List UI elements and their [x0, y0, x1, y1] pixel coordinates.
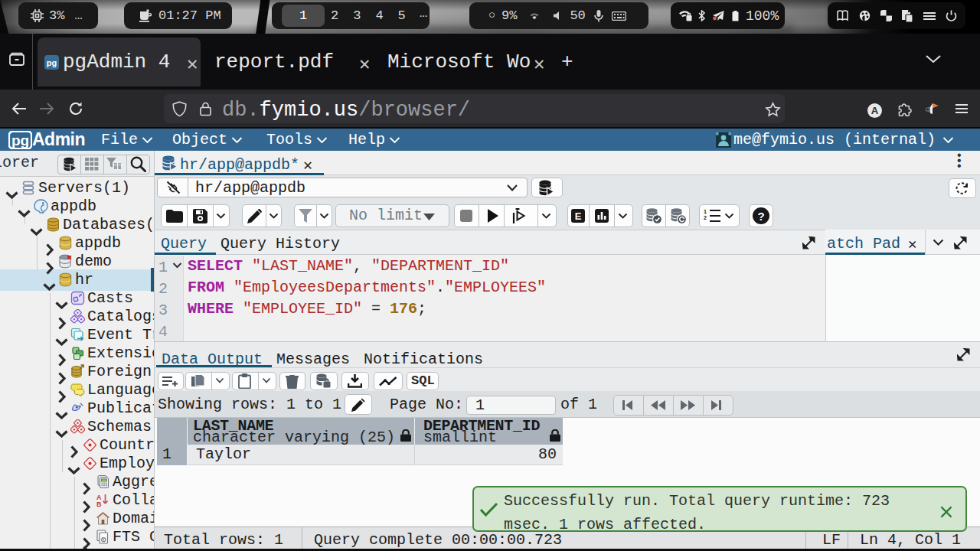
svg-text:2: 2 — [704, 215, 707, 220]
svg-text:1: 1 — [704, 209, 707, 214]
svg-text:pg: pg — [11, 132, 29, 148]
svg-text:E: E — [575, 210, 582, 222]
svg-text:?: ? — [757, 210, 764, 223]
svg-text:pg: pg — [47, 58, 57, 67]
svg-text:A: A — [871, 105, 879, 116]
